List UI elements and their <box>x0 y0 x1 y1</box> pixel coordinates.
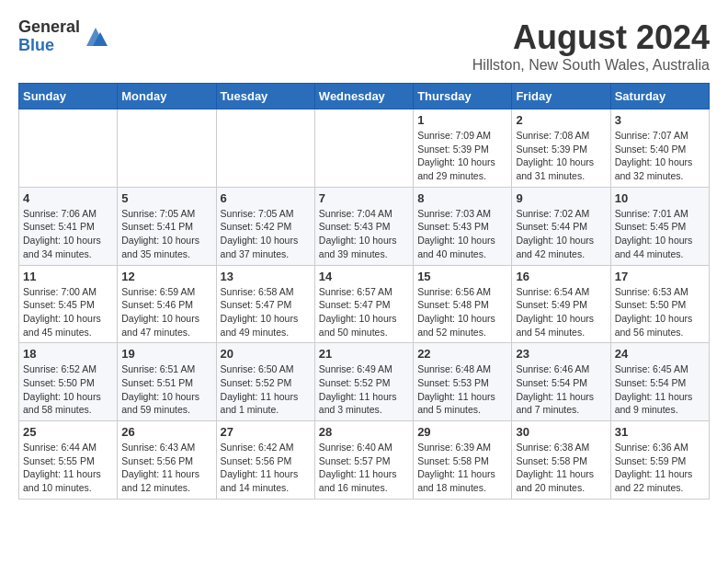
calendar-cell: 5Sunrise: 7:05 AM Sunset: 5:41 PM Daylig… <box>118 187 216 265</box>
day-info: Sunrise: 6:36 AM Sunset: 5:59 PM Dayligh… <box>615 441 705 495</box>
calendar-cell: 16Sunrise: 6:54 AM Sunset: 5:49 PM Dayli… <box>512 265 610 343</box>
day-number: 20 <box>221 347 311 361</box>
day-info: Sunrise: 6:51 AM Sunset: 5:51 PM Dayligh… <box>121 362 211 417</box>
calendar-cell: 21Sunrise: 6:49 AM Sunset: 5:52 PM Dayli… <box>314 343 413 421</box>
day-number: 11 <box>23 270 113 283</box>
logo-general: General <box>18 18 80 37</box>
day-number: 2 <box>516 113 606 127</box>
calendar-cell: 14Sunrise: 6:57 AM Sunset: 5:47 PM Dayli… <box>314 265 413 343</box>
calendar-cell: 11Sunrise: 7:00 AM Sunset: 5:45 PM Dayli… <box>19 265 118 343</box>
day-info: Sunrise: 6:59 AM Sunset: 5:46 PM Dayligh… <box>121 285 211 339</box>
week-row-4: 18Sunrise: 6:52 AM Sunset: 5:50 PM Dayli… <box>19 343 710 421</box>
week-row-1: 1Sunrise: 7:09 AM Sunset: 5:39 PM Daylig… <box>19 109 710 188</box>
calendar-cell: 24Sunrise: 6:45 AM Sunset: 5:54 PM Dayli… <box>610 343 709 421</box>
day-number: 8 <box>417 191 507 205</box>
calendar-cell: 17Sunrise: 6:53 AM Sunset: 5:50 PM Dayli… <box>610 265 709 343</box>
day-info: Sunrise: 6:46 AM Sunset: 5:54 PM Dayligh… <box>516 362 606 417</box>
day-number: 15 <box>417 270 507 283</box>
logo-icon <box>82 23 109 51</box>
day-info: Sunrise: 7:03 AM Sunset: 5:43 PM Dayligh… <box>417 207 507 261</box>
day-number: 12 <box>121 270 211 283</box>
calendar-cell: 1Sunrise: 7:09 AM Sunset: 5:39 PM Daylig… <box>414 109 512 188</box>
calendar-cell: 19Sunrise: 6:51 AM Sunset: 5:51 PM Dayli… <box>118 343 216 421</box>
calendar-cell: 2Sunrise: 7:08 AM Sunset: 5:39 PM Daylig… <box>512 109 610 188</box>
day-info: Sunrise: 6:50 AM Sunset: 5:52 PM Dayligh… <box>221 362 311 417</box>
calendar-cell <box>19 109 118 188</box>
day-info: Sunrise: 6:43 AM Sunset: 5:56 PM Dayligh… <box>121 441 211 495</box>
day-number: 27 <box>221 425 311 439</box>
day-number: 28 <box>319 425 409 439</box>
day-number: 23 <box>516 347 606 361</box>
week-row-2: 4Sunrise: 7:06 AM Sunset: 5:41 PM Daylig… <box>19 187 710 265</box>
day-number: 24 <box>615 347 705 361</box>
calendar-cell <box>118 109 216 188</box>
day-info: Sunrise: 7:04 AM Sunset: 5:43 PM Dayligh… <box>319 207 409 261</box>
day-info: Sunrise: 7:09 AM Sunset: 5:39 PM Dayligh… <box>417 129 507 183</box>
day-number: 26 <box>121 425 211 439</box>
day-number: 25 <box>23 425 113 439</box>
calendar-cell: 7Sunrise: 7:04 AM Sunset: 5:43 PM Daylig… <box>314 187 413 265</box>
day-info: Sunrise: 6:38 AM Sunset: 5:58 PM Dayligh… <box>516 441 606 495</box>
day-header-thursday: Thursday <box>414 84 512 109</box>
day-info: Sunrise: 6:39 AM Sunset: 5:58 PM Dayligh… <box>417 441 507 495</box>
calendar-cell: 4Sunrise: 7:06 AM Sunset: 5:41 PM Daylig… <box>19 187 118 265</box>
day-number: 22 <box>417 347 507 361</box>
day-info: Sunrise: 6:57 AM Sunset: 5:47 PM Dayligh… <box>319 285 409 339</box>
calendar-cell <box>216 109 314 188</box>
day-info: Sunrise: 6:44 AM Sunset: 5:55 PM Dayligh… <box>23 441 113 495</box>
calendar-cell: 13Sunrise: 6:58 AM Sunset: 5:47 PM Dayli… <box>216 265 314 343</box>
calendar-cell: 30Sunrise: 6:38 AM Sunset: 5:58 PM Dayli… <box>512 421 610 500</box>
calendar-cell: 25Sunrise: 6:44 AM Sunset: 5:55 PM Dayli… <box>19 421 118 500</box>
day-number: 17 <box>615 270 705 283</box>
calendar-cell: 29Sunrise: 6:39 AM Sunset: 5:58 PM Dayli… <box>414 421 512 500</box>
day-info: Sunrise: 7:05 AM Sunset: 5:42 PM Dayligh… <box>221 207 311 261</box>
logo: General Blue <box>18 18 109 55</box>
day-number: 9 <box>516 191 606 205</box>
day-number: 1 <box>417 113 507 127</box>
calendar-body: 1Sunrise: 7:09 AM Sunset: 5:39 PM Daylig… <box>19 109 710 500</box>
calendar-cell: 12Sunrise: 6:59 AM Sunset: 5:46 PM Dayli… <box>118 265 216 343</box>
day-number: 5 <box>121 191 211 205</box>
day-header-friday: Friday <box>512 84 610 109</box>
day-number: 4 <box>23 191 113 205</box>
day-number: 13 <box>221 270 311 283</box>
day-info: Sunrise: 6:54 AM Sunset: 5:49 PM Dayligh… <box>516 285 606 339</box>
calendar: SundayMondayTuesdayWednesdayThursdayFrid… <box>18 83 710 500</box>
day-number: 29 <box>417 425 507 439</box>
header: General Blue August 2024 Hillston, New S… <box>18 18 710 74</box>
day-number: 10 <box>615 191 705 205</box>
calendar-cell: 23Sunrise: 6:46 AM Sunset: 5:54 PM Dayli… <box>512 343 610 421</box>
day-header-saturday: Saturday <box>610 84 709 109</box>
day-info: Sunrise: 6:58 AM Sunset: 5:47 PM Dayligh… <box>221 285 311 339</box>
day-header-monday: Monday <box>118 84 216 109</box>
calendar-cell: 9Sunrise: 7:02 AM Sunset: 5:44 PM Daylig… <box>512 187 610 265</box>
day-info: Sunrise: 6:52 AM Sunset: 5:50 PM Dayligh… <box>23 362 113 417</box>
day-header-wednesday: Wednesday <box>314 84 413 109</box>
day-info: Sunrise: 7:07 AM Sunset: 5:40 PM Dayligh… <box>615 129 705 183</box>
calendar-cell: 27Sunrise: 6:42 AM Sunset: 5:56 PM Dayli… <box>216 421 314 500</box>
calendar-cell: 6Sunrise: 7:05 AM Sunset: 5:42 PM Daylig… <box>216 187 314 265</box>
day-info: Sunrise: 7:05 AM Sunset: 5:41 PM Dayligh… <box>121 207 211 261</box>
day-info: Sunrise: 6:40 AM Sunset: 5:57 PM Dayligh… <box>319 441 409 495</box>
week-row-3: 11Sunrise: 7:00 AM Sunset: 5:45 PM Dayli… <box>19 265 710 343</box>
day-header-sunday: Sunday <box>19 84 118 109</box>
day-info: Sunrise: 6:53 AM Sunset: 5:50 PM Dayligh… <box>615 285 705 339</box>
title-section: August 2024 Hillston, New South Wales, A… <box>472 18 710 74</box>
calendar-cell: 20Sunrise: 6:50 AM Sunset: 5:52 PM Dayli… <box>216 343 314 421</box>
header-row: SundayMondayTuesdayWednesdayThursdayFrid… <box>19 84 710 109</box>
day-info: Sunrise: 6:45 AM Sunset: 5:54 PM Dayligh… <box>615 362 705 417</box>
calendar-cell: 18Sunrise: 6:52 AM Sunset: 5:50 PM Dayli… <box>19 343 118 421</box>
day-number: 14 <box>319 270 409 283</box>
day-info: Sunrise: 7:06 AM Sunset: 5:41 PM Dayligh… <box>23 207 113 261</box>
day-number: 30 <box>516 425 606 439</box>
day-number: 18 <box>23 347 113 361</box>
day-number: 3 <box>615 113 705 127</box>
day-info: Sunrise: 7:02 AM Sunset: 5:44 PM Dayligh… <box>516 207 606 261</box>
logo-blue: Blue <box>18 37 80 55</box>
day-info: Sunrise: 7:01 AM Sunset: 5:45 PM Dayligh… <box>615 207 705 261</box>
calendar-header: SundayMondayTuesdayWednesdayThursdayFrid… <box>19 84 710 109</box>
calendar-cell: 28Sunrise: 6:40 AM Sunset: 5:57 PM Dayli… <box>314 421 413 500</box>
day-info: Sunrise: 7:08 AM Sunset: 5:39 PM Dayligh… <box>516 129 606 183</box>
main-title: August 2024 <box>472 18 710 57</box>
day-info: Sunrise: 6:56 AM Sunset: 5:48 PM Dayligh… <box>417 285 507 339</box>
